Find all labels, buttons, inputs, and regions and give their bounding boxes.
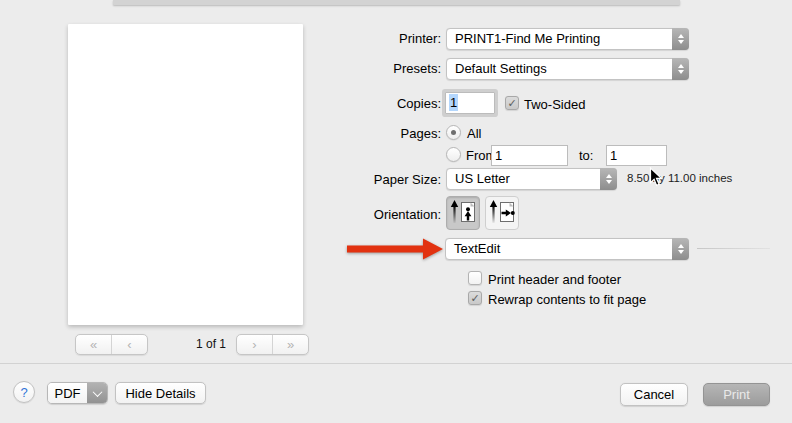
print-dialog: « ‹ 1 of 1 › » Printer: Presets: Copies:…	[0, 0, 792, 423]
printer-popup-value: PRINT1-Find Me Printing	[447, 29, 688, 49]
rewrap-checkbox[interactable]: ✓	[468, 291, 482, 305]
popup-stepper-icon	[672, 28, 689, 50]
print-header-label: Print header and footer	[488, 272, 621, 287]
orientation-portrait-button[interactable]	[446, 196, 480, 230]
presets-popup-value: Default Settings	[447, 59, 688, 79]
cancel-label: Cancel	[634, 387, 674, 402]
pages-all-radio[interactable]	[446, 125, 461, 140]
mouse-cursor-icon	[649, 167, 663, 190]
app-options-popup-value: TextEdit	[446, 239, 688, 259]
cancel-button[interactable]: Cancel	[620, 383, 688, 406]
first-page-button[interactable]: «	[76, 335, 111, 354]
pages-all-label: All	[467, 126, 481, 141]
app-options-popup[interactable]: TextEdit	[445, 238, 689, 260]
landscape-icon	[489, 199, 516, 228]
copies-input[interactable]: 1	[445, 92, 495, 114]
popup-stepper-icon	[672, 58, 689, 80]
radio-dot-icon	[451, 130, 456, 135]
from-page-input[interactable]: 1	[491, 145, 568, 166]
rewrap-label: Rewrap contents to fit page	[488, 292, 646, 307]
hide-details-button[interactable]: Hide Details	[115, 382, 206, 404]
annotation-arrow-icon	[347, 236, 445, 266]
printer-label: Printer:	[399, 31, 441, 46]
checkmark-icon: ✓	[470, 293, 479, 304]
pages-to-label: to:	[579, 148, 593, 163]
portrait-icon	[450, 199, 477, 228]
copies-label: Copies:	[397, 96, 441, 111]
print-button[interactable]: Print	[703, 383, 770, 406]
two-sided-checkbox[interactable]: ✓	[505, 96, 519, 110]
chevron-down-icon	[87, 383, 107, 403]
pagination-back-group: « ‹	[75, 334, 148, 355]
prev-page-icon: ‹	[127, 338, 131, 351]
to-page-input[interactable]: 1	[606, 145, 667, 166]
printer-popup[interactable]: PRINT1-Find Me Printing	[446, 28, 689, 50]
print-preview-page	[68, 24, 303, 325]
pages-label: Pages:	[401, 126, 441, 141]
print-label: Print	[723, 387, 750, 402]
orientation-label: Orientation:	[374, 207, 441, 222]
popup-stepper-icon	[672, 238, 689, 260]
orientation-landscape-button[interactable]	[485, 196, 519, 230]
help-button[interactable]: ?	[13, 381, 35, 403]
pdf-menu-button[interactable]: PDF	[47, 382, 108, 404]
presets-popup[interactable]: Default Settings	[446, 58, 689, 80]
popup-stepper-icon	[600, 168, 617, 190]
hide-details-label: Hide Details	[125, 386, 195, 401]
pdf-button-label: PDF	[48, 383, 87, 403]
prev-page-button[interactable]: ‹	[111, 335, 147, 354]
footer-divider	[0, 363, 792, 364]
pagination-forward-group: › »	[236, 334, 309, 355]
pages-from-radio[interactable]	[446, 147, 461, 162]
presets-label: Presets:	[393, 61, 441, 76]
paper-dimensions: 8.50 by 11.00 inches	[627, 172, 732, 184]
next-page-button[interactable]: ›	[237, 335, 272, 354]
print-header-checkbox[interactable]	[468, 271, 482, 285]
last-page-icon: »	[287, 338, 294, 351]
last-page-button[interactable]: »	[272, 335, 308, 354]
parent-window-edge	[113, 0, 680, 5]
next-page-icon: ›	[252, 338, 256, 351]
paper-size-popup[interactable]: US Letter	[446, 168, 617, 190]
from-page-value: 1	[495, 148, 502, 163]
paper-size-popup-value: US Letter	[447, 169, 616, 189]
two-sided-label: Two-Sided	[524, 97, 585, 112]
paper-size-label: Paper Size:	[374, 172, 441, 187]
checkmark-icon: ✓	[507, 98, 516, 109]
section-separator	[697, 248, 770, 249]
copies-value: 1	[449, 94, 458, 111]
to-page-value: 1	[610, 148, 617, 163]
help-icon: ?	[20, 385, 27, 400]
first-page-icon: «	[90, 338, 97, 351]
